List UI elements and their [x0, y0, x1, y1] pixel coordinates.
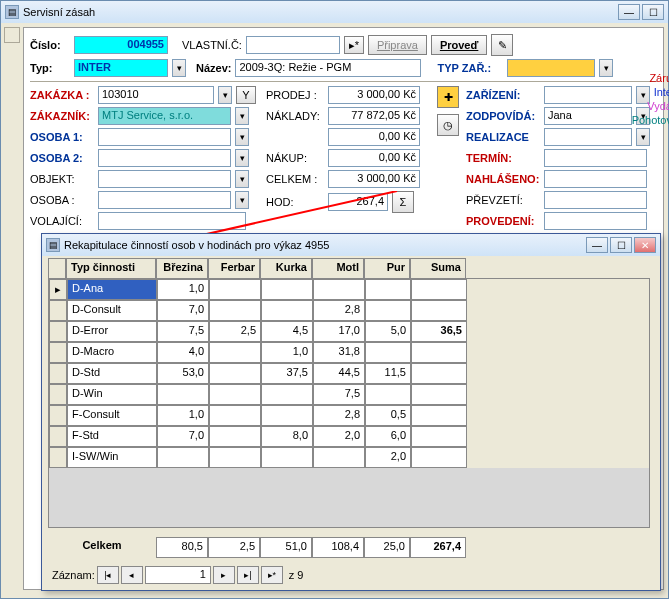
zodpovida-field[interactable]: Jana [544, 107, 632, 125]
nazev-label: Název: [196, 62, 231, 74]
left-tool-column [4, 27, 20, 47]
termin-label: TERMÍN: [466, 152, 540, 164]
termin-field[interactable] [544, 149, 647, 167]
table-row[interactable]: ▸D-Ana1,0 [49, 279, 649, 300]
plus-button[interactable]: ✚ [437, 86, 459, 108]
zarizeni-label: ZAŘÍZENÍ: [466, 89, 540, 101]
table-row[interactable]: D-Consult7,02,8 [49, 300, 649, 321]
osoba-label: OSOBA : [30, 194, 94, 206]
recap-title: Rekapitulace činností osob v hodinách pr… [64, 239, 329, 251]
col-kurka[interactable]: Kurka [260, 258, 312, 279]
grid-body[interactable]: ▸D-Ana1,0D-Consult7,02,8D-Error7,52,54,5… [48, 278, 650, 528]
nav-new[interactable]: ▸* [261, 566, 283, 584]
hod-label: HOD: [266, 196, 324, 208]
nav-next[interactable]: ▸ [213, 566, 235, 584]
tot-2: 51,0 [260, 537, 312, 558]
recap-icon: ▤ [46, 238, 60, 252]
zodpovida-label: ZODPOVÍDÁ: [466, 110, 540, 122]
col-suma[interactable]: Suma [410, 258, 466, 279]
nav-prev[interactable]: ◂ [121, 566, 143, 584]
maximize-button[interactable]: ☐ [642, 4, 664, 20]
wand-button[interactable]: ✎ [491, 34, 513, 56]
side-legend: Záru Inte Vydá Pohotov [632, 71, 669, 127]
celkem-field[interactable]: 3 000,00 Kč [328, 170, 420, 188]
prodej-label: PRODEJ : [266, 89, 324, 101]
volajici-label: VOLAJÍCÍ: [30, 215, 94, 227]
zakazka-dd[interactable] [218, 86, 232, 104]
table-row[interactable]: D-Macro4,01,031,8 [49, 342, 649, 363]
nakup-field[interactable]: 0,00 Kč [328, 149, 420, 167]
sigma-button[interactable]: Σ [392, 191, 414, 213]
rec-label: Záznam: [52, 569, 95, 581]
col-brezina[interactable]: Březina [156, 258, 208, 279]
proved-button[interactable]: Proveď [431, 35, 487, 55]
prevzeti-field[interactable] [544, 191, 647, 209]
osoba-field[interactable] [98, 191, 231, 209]
zakazka-field[interactable]: 103010 [98, 86, 214, 104]
naklady-label: NÁKLADY: [266, 110, 324, 122]
col-motl[interactable]: Motl [312, 258, 364, 279]
typ-field[interactable]: INTER [74, 59, 168, 77]
table-row[interactable]: I-SW/Win2,0 [49, 447, 649, 468]
col-pur[interactable]: Pur [364, 258, 410, 279]
nav-first[interactable]: |◂ [97, 566, 119, 584]
realizace-dd[interactable] [636, 128, 650, 146]
typzar-dropdown[interactable] [599, 59, 613, 77]
table-row[interactable]: F-Std7,08,02,06,0 [49, 426, 649, 447]
typzar-field[interactable] [507, 59, 595, 77]
table-row[interactable]: D-Error7,52,54,517,05,036,5 [49, 321, 649, 342]
prodej-field[interactable]: 3 000,00 Kč [328, 86, 420, 104]
osoba1-label: OSOBA 1: [30, 131, 94, 143]
realizace-label: REALIZACE [466, 131, 540, 143]
volajici-field[interactable] [98, 212, 246, 230]
typzar-label: TYP ZAŘ.: [437, 62, 503, 74]
recap-max[interactable]: ☐ [610, 237, 632, 253]
zakaznik-field[interactable]: MTJ Service, s.r.o. [98, 107, 231, 125]
goto-button[interactable]: ▸* [344, 36, 364, 54]
col-ferbar[interactable]: Ferbar [208, 258, 260, 279]
recap-close[interactable]: ✕ [634, 237, 656, 253]
main-title: Servisní zásah [23, 6, 95, 18]
nav-last[interactable]: ▸| [237, 566, 259, 584]
provedeni-field[interactable] [544, 212, 647, 230]
rec-value[interactable]: 1 [145, 566, 211, 584]
objekt-dd[interactable] [235, 170, 249, 188]
objekt-field[interactable] [98, 170, 231, 188]
clock-button[interactable]: ◷ [437, 114, 459, 136]
prevzeti-label: PŘEVZETÍ: [466, 194, 540, 206]
tool-1[interactable] [4, 27, 20, 43]
osoba1-field[interactable] [98, 128, 231, 146]
typ-dropdown[interactable] [172, 59, 186, 77]
table-row[interactable]: D-Win7,5 [49, 384, 649, 405]
recap-min[interactable]: — [586, 237, 608, 253]
osoba-dd[interactable] [235, 191, 249, 209]
zakazka-tool[interactable]: Y [236, 86, 256, 104]
vlastnic-field[interactable] [246, 36, 340, 54]
zakazka-label: ZAKÁZKA : [30, 89, 94, 101]
celkem-label: CELKEM : [266, 173, 324, 185]
zakaznik-dd[interactable] [235, 107, 249, 125]
nahlaseno-field[interactable] [544, 170, 647, 188]
nazev-field[interactable]: 2009-3Q: Režie - PGM [235, 59, 421, 77]
osoba1-dd[interactable] [235, 128, 249, 146]
typ-label: Typ: [30, 62, 70, 74]
nakup-label: NÁKUP: [266, 152, 324, 164]
hod-field[interactable]: 267,4 [328, 193, 388, 211]
recap-titlebar: ▤ Rekapitulace činností osob v hodinách … [42, 234, 660, 256]
zakaznik-label: ZÁKAZNÍK: [30, 110, 94, 122]
blank-field[interactable]: 0,00 Kč [328, 128, 420, 146]
col-typ[interactable]: Typ činnosti [66, 258, 156, 279]
realizace-field[interactable] [544, 128, 632, 146]
priprava-button[interactable]: Připrava [368, 35, 427, 55]
osoba2-dd[interactable] [235, 149, 249, 167]
table-row[interactable]: F-Consult1,02,80,5 [49, 405, 649, 426]
zarizeni-field[interactable] [544, 86, 632, 104]
table-row[interactable]: D-Std53,037,544,511,5 [49, 363, 649, 384]
minimize-button[interactable]: — [618, 4, 640, 20]
vlastnic-label: VLASTNÍ.Č: [182, 39, 242, 51]
naklady-field[interactable]: 77 872,05 Kč [328, 107, 420, 125]
cislo-field[interactable]: 004955 [74, 36, 168, 54]
tot-3: 108,4 [312, 537, 364, 558]
osoba2-field[interactable] [98, 149, 231, 167]
tot-5: 267,4 [410, 537, 466, 558]
